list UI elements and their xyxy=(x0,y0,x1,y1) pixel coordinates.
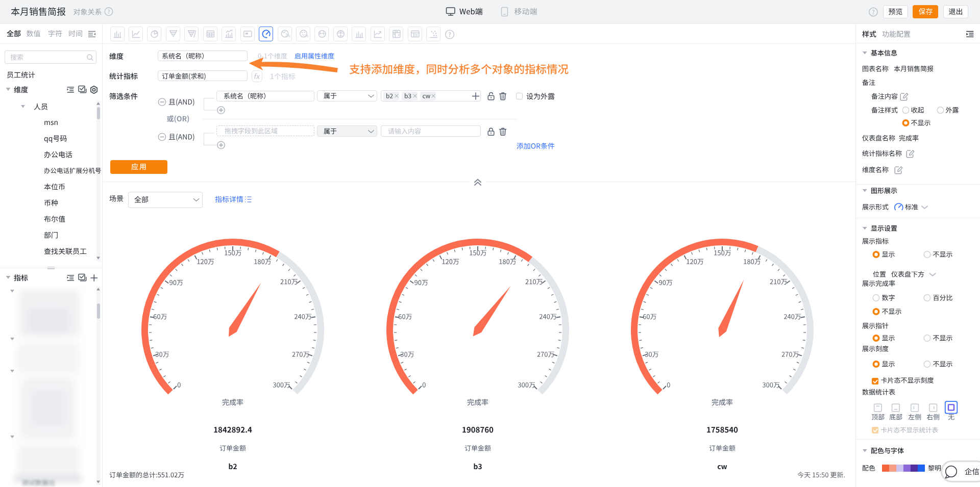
svg-text:CN: CN xyxy=(285,34,290,38)
svg-text:CN: CN xyxy=(303,34,308,38)
